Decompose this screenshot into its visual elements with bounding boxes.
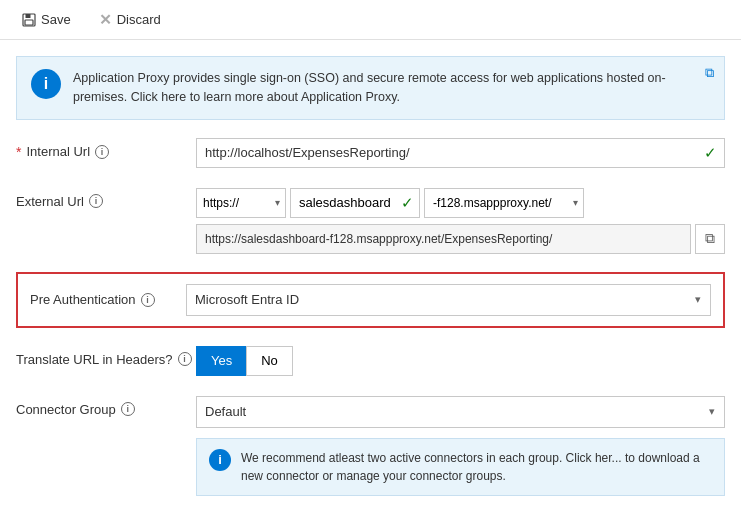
no-toggle[interactable]: No	[246, 346, 293, 376]
domain-select[interactable]: -f128.msappproxy.net/ -other.msappproxy.…	[424, 188, 584, 218]
discard-label: Discard	[117, 12, 161, 27]
domain-select-wrapper: -f128.msappproxy.net/ -other.msappproxy.…	[424, 188, 584, 218]
translate-url-row: Translate URL in Headers? i Yes No	[16, 346, 725, 378]
internal-url-controls: ✓	[196, 138, 725, 168]
save-button[interactable]: Save	[16, 8, 77, 31]
pre-auth-select-wrapper: Microsoft Entra ID Passthrough	[186, 284, 711, 316]
subdomain-check-icon: ✓	[401, 194, 414, 212]
internal-url-label: * Internal Url i	[16, 138, 196, 160]
save-icon	[22, 13, 36, 27]
subdomain-input-wrapper: ✓	[290, 188, 420, 218]
svg-rect-1	[26, 14, 31, 18]
connector-group-row: Connector Group i Default Group1 Group2 …	[16, 396, 725, 496]
pre-auth-row: Pre Authentication i Microsoft Entra ID …	[16, 272, 725, 328]
discard-icon: ✕	[99, 12, 112, 27]
translate-url-controls: Yes No	[196, 346, 725, 376]
form-area: * Internal Url i ✓ External Url i https:…	[0, 120, 741, 523]
yes-toggle[interactable]: Yes	[196, 346, 246, 376]
discard-button[interactable]: ✕ Discard	[93, 8, 167, 31]
pre-auth-label: Pre Authentication i	[30, 292, 186, 307]
internal-url-input-wrapper: ✓	[196, 138, 725, 168]
external-link-icon[interactable]: ⧉	[705, 65, 714, 81]
connector-info-text: We recommend atleast two active connecto…	[241, 449, 712, 485]
full-url-row: ⧉	[196, 224, 725, 254]
external-url-info-icon[interactable]: i	[89, 194, 103, 208]
external-url-label: External Url i	[16, 188, 196, 209]
svg-rect-2	[25, 20, 33, 25]
info-banner: i Application Proxy provides single sign…	[16, 56, 725, 120]
copy-button[interactable]: ⧉	[695, 224, 725, 254]
translate-toggle-group: Yes No	[196, 346, 725, 376]
required-star: *	[16, 144, 21, 160]
connector-group-info-icon[interactable]: i	[121, 402, 135, 416]
connector-group-select-wrapper: Default Group1 Group2	[196, 396, 725, 428]
connector-info-circle-icon: i	[209, 449, 231, 471]
connector-group-select[interactable]: Default Group1 Group2	[196, 396, 725, 428]
pre-auth-select[interactable]: Microsoft Entra ID Passthrough	[186, 284, 711, 316]
external-url-row: External Url i https:// http:// ✓ -	[16, 188, 725, 254]
internal-url-info-icon[interactable]: i	[95, 145, 109, 159]
connector-info-banner: i We recommend atleast two active connec…	[196, 438, 725, 496]
external-url-top: https:// http:// ✓ -f128.msappproxy.net/…	[196, 188, 725, 218]
connector-group-label: Connector Group i	[16, 396, 196, 417]
protocol-select-wrapper: https:// http://	[196, 188, 286, 218]
info-circle-icon: i	[31, 69, 61, 99]
full-url-input[interactable]	[196, 224, 691, 254]
protocol-select[interactable]: https:// http://	[196, 188, 286, 218]
internal-url-row: * Internal Url i ✓	[16, 138, 725, 170]
translate-url-info-icon[interactable]: i	[178, 352, 192, 366]
banner-text: Application Proxy provides single sign-o…	[73, 69, 710, 107]
save-label: Save	[41, 12, 71, 27]
internal-url-check-icon: ✓	[704, 144, 717, 162]
external-url-controls: https:// http:// ✓ -f128.msappproxy.net/…	[196, 188, 725, 254]
translate-url-label: Translate URL in Headers? i	[16, 346, 196, 367]
toolbar: Save ✕ Discard	[0, 0, 741, 40]
connector-group-controls: Default Group1 Group2 i We recommend atl…	[196, 396, 725, 496]
pre-auth-info-icon[interactable]: i	[141, 293, 155, 307]
internal-url-input[interactable]	[196, 138, 725, 168]
